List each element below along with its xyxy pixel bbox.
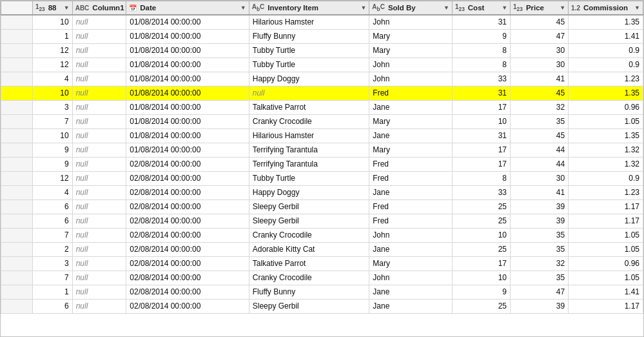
- soldby-cell: John: [369, 228, 453, 242]
- col-price-sort-icon: ▼: [560, 5, 565, 11]
- cost-cell: 8: [452, 57, 510, 72]
- cost-cell: 10: [452, 271, 510, 285]
- price-cell: 39: [511, 214, 569, 228]
- col1-cell: null: [72, 72, 126, 86]
- price-cell: 35: [511, 242, 569, 256]
- price-cell: 47: [511, 29, 569, 43]
- col-price-header[interactable]: 123 Price ▼: [511, 1, 569, 15]
- price-cell: 39: [511, 299, 569, 313]
- cost-cell: 31: [452, 15, 510, 29]
- row-number: [1, 143, 33, 157]
- date-cell: 01/08/2014 00:00:00: [126, 143, 249, 157]
- inventory-cell: Terrifying Tarantula: [249, 157, 369, 171]
- col1-cell: null: [72, 271, 126, 285]
- col-88-cell: 6: [32, 199, 72, 214]
- table-row: 12null01/08/2014 00:00:00Tubby TurtleMar…: [1, 43, 643, 57]
- col-commission-sort-icon: ▼: [634, 5, 640, 11]
- col-88-cell: 7: [32, 114, 72, 128]
- col1-cell: null: [72, 100, 126, 114]
- table-row: 10null01/08/2014 00:00:00Hilarious Hamst…: [1, 128, 643, 143]
- col1-cell: null: [72, 299, 126, 313]
- row-number: [1, 256, 33, 271]
- table-row: 12null02/08/2014 00:00:00Tubby TurtleFre…: [1, 171, 643, 185]
- col-soldby-header[interactable]: AbC Sold By ▼: [369, 1, 453, 15]
- inventory-cell: Hilarious Hamster: [249, 128, 369, 143]
- inventory-cell: Tubby Turtle: [249, 171, 369, 185]
- col-88-cell: 10: [32, 86, 72, 100]
- col-88-cell: 9: [32, 157, 72, 171]
- col-88-cell: 4: [32, 185, 72, 199]
- soldby-cell: Jane: [369, 100, 453, 114]
- row-number: [1, 43, 33, 57]
- col1-cell: null: [72, 214, 126, 228]
- cost-cell: 8: [452, 171, 510, 185]
- col-rownum-header[interactable]: [1, 1, 33, 15]
- col-commission-header[interactable]: 1.2 Commission ▼: [569, 1, 643, 15]
- col-88-header[interactable]: 123 88 ▼: [32, 1, 72, 15]
- price-cell: 35: [511, 271, 569, 285]
- soldby-cell: Mary: [369, 43, 453, 57]
- col-col1-type-icon: ABC: [75, 5, 90, 12]
- row-number: [1, 15, 33, 29]
- col-88-cell: 9: [32, 143, 72, 157]
- date-cell: 02/08/2014 00:00:00: [126, 214, 249, 228]
- row-number: [1, 157, 33, 171]
- col-88-cell: 7: [32, 271, 72, 285]
- soldby-cell: Mary: [369, 114, 453, 128]
- table-row: 2null02/08/2014 00:00:00Adorable Kitty C…: [1, 242, 643, 256]
- col-inventory-sort-icon: ▼: [360, 5, 366, 11]
- col-cost-header[interactable]: 123 Cost ▼: [452, 1, 510, 15]
- header-row: 123 88 ▼ ABC Column1 ▼: [1, 1, 643, 15]
- row-number: [1, 185, 33, 199]
- price-cell: 39: [511, 199, 569, 214]
- date-cell: 01/08/2014 00:00:00: [126, 15, 249, 29]
- cost-cell: 25: [452, 242, 510, 256]
- col-88-cell: 3: [32, 256, 72, 271]
- row-number: [1, 128, 33, 143]
- price-cell: 30: [511, 43, 569, 57]
- table-body: 10null01/08/2014 00:00:00Hilarious Hamst…: [1, 15, 643, 313]
- col-inventory-header[interactable]: AbC Inventory Item ▼: [249, 1, 369, 15]
- price-cell: 44: [511, 143, 569, 157]
- col-soldby-sort-icon: ▼: [444, 5, 449, 11]
- price-cell: 47: [511, 285, 569, 299]
- soldby-cell: Jane: [369, 242, 453, 256]
- col-88-cell: 12: [32, 171, 72, 185]
- inventory-cell: Terrifying Tarantula: [249, 143, 369, 157]
- col-date-type-icon: 📅: [129, 5, 137, 12]
- table-row: 9null02/08/2014 00:00:00Terrifying Taran…: [1, 157, 643, 171]
- table-row: 9null01/08/2014 00:00:00Terrifying Taran…: [1, 143, 643, 157]
- col-88-cell: 3: [32, 100, 72, 114]
- row-number: [1, 57, 33, 72]
- date-cell: 01/08/2014 00:00:00: [126, 86, 249, 100]
- col-date-header[interactable]: 📅 Date ▼: [126, 1, 249, 15]
- soldby-cell: Mary: [369, 29, 453, 43]
- col-col1-header[interactable]: ABC Column1 ▼: [72, 1, 126, 15]
- col-88-type-icon: 123: [35, 3, 45, 12]
- table-row: 7null01/08/2014 00:00:00Cranky Crocodile…: [1, 114, 643, 128]
- commission-cell: 1.32: [569, 157, 643, 171]
- col-88-cell: 12: [32, 57, 72, 72]
- inventory-cell: Cranky Crocodile: [249, 228, 369, 242]
- inventory-cell: Hilarious Hamster: [249, 15, 369, 29]
- commission-cell: 1.32: [569, 143, 643, 157]
- cost-cell: 10: [452, 114, 510, 128]
- data-table: 123 88 ▼ ABC Column1 ▼: [0, 0, 644, 337]
- table-row: 6null02/08/2014 00:00:00Sleepy GerbilFre…: [1, 199, 643, 214]
- col-inventory-label: Inventory Item: [268, 4, 318, 12]
- soldby-cell: Fred: [369, 171, 453, 185]
- inventory-cell: Sleepy Gerbil: [249, 214, 369, 228]
- commission-cell: 0.96: [569, 256, 643, 271]
- commission-cell: 1.05: [569, 228, 643, 242]
- price-cell: 35: [511, 114, 569, 128]
- soldby-cell: Fred: [369, 214, 453, 228]
- col-inv-type-icon: AbC: [252, 3, 265, 12]
- col-88-cell: 6: [32, 299, 72, 313]
- col-88-cell: 2: [32, 242, 72, 256]
- col-88-cell: 7: [32, 228, 72, 242]
- col1-cell: null: [72, 114, 126, 128]
- commission-cell: 0.9: [569, 43, 643, 57]
- table-row: 3null01/08/2014 00:00:00Talkative Parrot…: [1, 100, 643, 114]
- inventory-cell: null: [249, 86, 369, 100]
- price-cell: 35: [511, 228, 569, 242]
